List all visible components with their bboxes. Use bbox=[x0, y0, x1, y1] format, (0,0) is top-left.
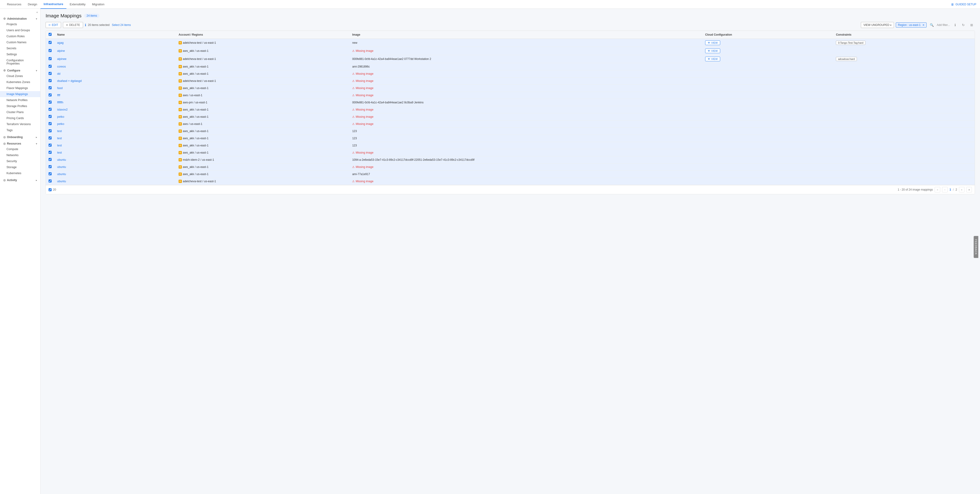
view-ungrouped-button[interactable]: VIEW UNGROUPED ▾ bbox=[861, 22, 894, 28]
sidebar-item-flavor-mappings[interactable]: Flavor Mappings bbox=[0, 85, 40, 91]
row-checkbox[interactable] bbox=[49, 122, 52, 125]
row-checkbox[interactable] bbox=[49, 86, 52, 89]
sidebar-item-pricing-cards[interactable]: Pricing Cards bbox=[0, 115, 40, 121]
row-checkbox[interactable] bbox=[49, 165, 52, 168]
row-name[interactable]: test bbox=[54, 128, 176, 135]
row-name[interactable]: petko bbox=[54, 113, 176, 121]
row-checkbox[interactable] bbox=[49, 179, 52, 183]
next-page-btn[interactable]: › bbox=[959, 187, 964, 192]
row-image: 1094-a-2e6eda53-15e7-41c3-89c2-c34117dcc… bbox=[349, 156, 702, 164]
account-icon: ☰ bbox=[178, 57, 182, 60]
row-checkbox[interactable] bbox=[49, 41, 52, 44]
section-administration-header[interactable]: ⚙ Administration ▾ bbox=[0, 16, 40, 21]
filter-chip-remove-icon[interactable]: ✕ bbox=[923, 24, 924, 27]
row-checkbox[interactable] bbox=[49, 101, 52, 103]
view-button[interactable]: 👁 VIEW bbox=[705, 49, 720, 53]
row-checkbox[interactable] bbox=[49, 172, 52, 175]
sidebar-item-custom-roles[interactable]: Custom Roles bbox=[0, 33, 40, 39]
row-checkbox[interactable] bbox=[49, 108, 52, 111]
sidebar-item-custom-names[interactable]: Custom Names bbox=[0, 39, 40, 45]
row-name[interactable]: petko bbox=[54, 121, 176, 128]
sidebar-item-secrets[interactable]: Secrets bbox=[0, 45, 40, 51]
row-checkbox[interactable] bbox=[49, 94, 52, 97]
row-name[interactable]: ubuntu bbox=[54, 156, 176, 164]
filter-chip[interactable]: Region : us-east-1 ✕ bbox=[896, 22, 927, 27]
sidebar-item-storage[interactable]: Storage bbox=[0, 164, 40, 170]
feedback-tab[interactable]: FEEDBACK bbox=[974, 236, 978, 258]
row-name[interactable]: alpinee bbox=[54, 55, 176, 63]
row-checkbox[interactable] bbox=[49, 137, 52, 140]
guided-setup-btn[interactable]: 🖥 GUIDED SETUP bbox=[951, 3, 976, 6]
row-name[interactable]: test bbox=[54, 142, 176, 149]
search-icon-btn[interactable]: 🔍 bbox=[928, 22, 935, 28]
row-name[interactable]: ubuntu bbox=[54, 164, 176, 171]
row-checkbox[interactable] bbox=[49, 49, 52, 52]
sidebar-item-security[interactable]: Security bbox=[0, 158, 40, 164]
row-checkbox[interactable] bbox=[49, 79, 52, 82]
row-name[interactable]: test bbox=[54, 149, 176, 156]
sidebar-item-image-mappings[interactable]: Image Mappings bbox=[0, 91, 40, 97]
sidebar-item-settings[interactable]: Settings bbox=[0, 51, 40, 57]
last-page-btn[interactable]: » bbox=[966, 187, 972, 192]
row-checkbox[interactable] bbox=[49, 72, 52, 75]
section-configure-header[interactable]: ⚙ Configure ▾ bbox=[0, 68, 40, 73]
nav-resources[interactable]: Resources bbox=[4, 0, 24, 9]
add-filter-text[interactable]: Add filter... bbox=[937, 23, 950, 27]
row-cloud-config bbox=[702, 99, 833, 106]
section-onboarding-header[interactable]: ◎ Onboarding ▸ bbox=[0, 134, 40, 140]
info-icon-btn[interactable]: ℹ bbox=[952, 22, 958, 28]
edit-button[interactable]: ✏ EDIT bbox=[46, 22, 61, 28]
view-button[interactable]: 👁 VIEW bbox=[705, 57, 720, 61]
columns-icon-btn[interactable]: ⊞ bbox=[969, 22, 975, 28]
nav-extensibility[interactable]: Extensibility bbox=[67, 0, 89, 9]
sidebar-item-tags[interactable]: Tags bbox=[0, 127, 40, 133]
section-activity-header[interactable]: ◎ Activity ▸ bbox=[0, 177, 40, 183]
sidebar-item-users-groups[interactable]: Users and Groups bbox=[0, 27, 40, 33]
sidebar-item-network-profiles[interactable]: Network Profiles bbox=[0, 97, 40, 103]
table-row: test☰aws_akk / us-east-1⚠Missing image bbox=[46, 149, 975, 156]
row-name[interactable]: islavov2 bbox=[54, 106, 176, 113]
row-name[interactable]: coreos bbox=[54, 63, 176, 70]
sidebar-item-kubernetes[interactable]: Kubernetes bbox=[0, 170, 40, 176]
row-name[interactable]: dsafasd + dgdasgd bbox=[54, 78, 176, 85]
row-checkbox[interactable] bbox=[49, 65, 52, 68]
refresh-icon-btn[interactable]: ↻ bbox=[960, 22, 967, 28]
sidebar-item-compute[interactable]: Compute bbox=[0, 146, 40, 152]
prev-page-btn[interactable]: ‹ bbox=[942, 187, 948, 192]
sidebar-item-cluster-plans[interactable]: Cluster Plans bbox=[0, 109, 40, 115]
row-name[interactable]: alpine bbox=[54, 47, 176, 55]
sidebar-collapse-btn[interactable]: « bbox=[0, 9, 40, 16]
row-checkbox[interactable] bbox=[49, 158, 52, 161]
row-name[interactable]: dd bbox=[54, 70, 176, 78]
sidebar-item-config-properties[interactable]: Configuration Properties bbox=[0, 57, 40, 67]
row-name[interactable]: ubuntu bbox=[54, 171, 176, 178]
nav-migration[interactable]: Migration bbox=[89, 0, 108, 9]
select-all-checkbox[interactable] bbox=[49, 33, 52, 36]
sidebar-item-kubernetes-zones[interactable]: Kubernetes Zones bbox=[0, 79, 40, 85]
row-name[interactable]: fasd bbox=[54, 85, 176, 92]
row-checkbox[interactable] bbox=[49, 129, 52, 132]
view-button[interactable]: 👁 VIEW bbox=[705, 40, 720, 45]
row-name[interactable]: ffff bbox=[54, 92, 176, 99]
nav-infrastructure[interactable]: Infrastructure bbox=[40, 0, 67, 9]
sidebar-item-projects[interactable]: Projects bbox=[0, 21, 40, 27]
row-checkbox[interactable] bbox=[49, 57, 52, 60]
first-page-btn[interactable]: « bbox=[935, 187, 940, 192]
select-all-link[interactable]: Select 24 items bbox=[112, 23, 131, 27]
delete-button[interactable]: ✕ DELETE bbox=[63, 22, 83, 28]
row-checkbox[interactable] bbox=[49, 144, 52, 147]
row-name[interactable]: ffffffh bbox=[54, 99, 176, 106]
info-icon: ℹ bbox=[85, 23, 86, 27]
row-checkbox[interactable] bbox=[49, 115, 52, 118]
sidebar-item-terraform-versions[interactable]: Terraform Versions bbox=[0, 121, 40, 127]
sidebar-item-cloud-zones[interactable]: Cloud Zones bbox=[0, 73, 40, 79]
sidebar-item-networks[interactable]: Networks bbox=[0, 152, 40, 158]
sidebar-item-storage-profiles[interactable]: Storage Profiles bbox=[0, 103, 40, 109]
row-checkbox[interactable] bbox=[49, 151, 52, 154]
row-name[interactable]: test bbox=[54, 135, 176, 142]
row-name[interactable]: ubuntu bbox=[54, 178, 176, 185]
section-resources-header[interactable]: ◎ Resources ▾ bbox=[0, 141, 40, 146]
nav-design[interactable]: Design bbox=[24, 0, 40, 9]
footer-checkbox[interactable] bbox=[49, 188, 52, 191]
row-name[interactable]: agag bbox=[54, 39, 176, 47]
